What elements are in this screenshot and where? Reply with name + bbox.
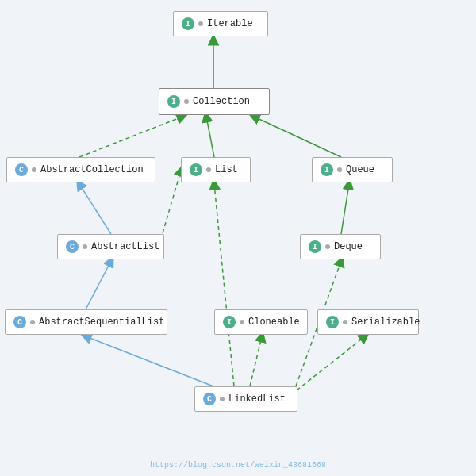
abstract-sequential-list-label: AbstractSequentialList <box>39 317 164 328</box>
svg-line-12 <box>214 184 234 386</box>
abstract-list-icon: C <box>66 240 79 253</box>
iterable-box: I Iterable <box>173 11 268 36</box>
list-dot <box>206 167 211 172</box>
watermark: https://blog.csdn.net/weixin_43681668 <box>150 461 326 470</box>
iterable-icon: I <box>182 17 194 30</box>
collection-dot <box>184 99 189 104</box>
iterable-label: Iterable <box>207 18 253 29</box>
svg-line-6 <box>254 117 341 157</box>
cloneable-label: Cloneable <box>248 317 300 328</box>
abstract-collection-box: C AbstractCollection <box>6 157 155 182</box>
list-icon: I <box>190 163 202 176</box>
collection-label: Collection <box>193 96 250 107</box>
serializable-dot <box>343 320 347 324</box>
abstract-sequential-list-box: C AbstractSequentialList <box>5 309 167 335</box>
serializable-box: I Serializable <box>317 309 419 335</box>
abstract-list-box: C AbstractList <box>57 234 164 259</box>
list-label: List <box>215 164 238 175</box>
cloneable-box: I Cloneable <box>214 309 308 335</box>
iterable-dot <box>198 21 203 26</box>
linked-list-label: LinkedList <box>228 393 286 405</box>
abstract-collection-label: AbstractCollection <box>40 164 144 175</box>
linked-list-icon: C <box>203 393 216 405</box>
abstract-sequential-list-icon: C <box>13 316 26 328</box>
queue-box: I Queue <box>312 157 393 182</box>
queue-label: Queue <box>346 164 374 175</box>
abstract-sequential-list-dot <box>30 320 35 324</box>
linked-list-box: C LinkedList <box>194 386 298 412</box>
abstract-collection-icon: C <box>15 163 28 176</box>
svg-line-13 <box>250 336 262 386</box>
svg-line-9 <box>86 261 111 309</box>
queue-icon: I <box>321 163 333 176</box>
collection-icon: I <box>167 95 180 108</box>
deque-box: I Deque <box>300 234 381 259</box>
serializable-label: Serializable <box>351 317 420 328</box>
svg-line-7 <box>79 184 111 234</box>
cloneable-dot <box>240 320 244 324</box>
collection-box: I Collection <box>159 88 270 115</box>
uml-diagram: I Iterable I Collection C AbstractCollec… <box>0 0 476 476</box>
svg-line-10 <box>341 184 349 234</box>
deque-dot <box>325 244 330 249</box>
cloneable-icon: I <box>223 316 236 328</box>
svg-line-5 <box>206 117 214 157</box>
abstract-list-dot <box>83 244 87 249</box>
svg-line-14 <box>286 336 365 399</box>
deque-label: Deque <box>334 241 363 252</box>
abstract-list-label: AbstractList <box>91 241 159 252</box>
list-box: I List <box>181 157 251 182</box>
deque-icon: I <box>309 240 321 253</box>
queue-dot <box>337 167 342 172</box>
abstract-collection-dot <box>32 167 36 172</box>
serializable-icon: I <box>326 316 339 328</box>
svg-line-4 <box>79 117 182 157</box>
linked-list-dot <box>220 397 225 401</box>
